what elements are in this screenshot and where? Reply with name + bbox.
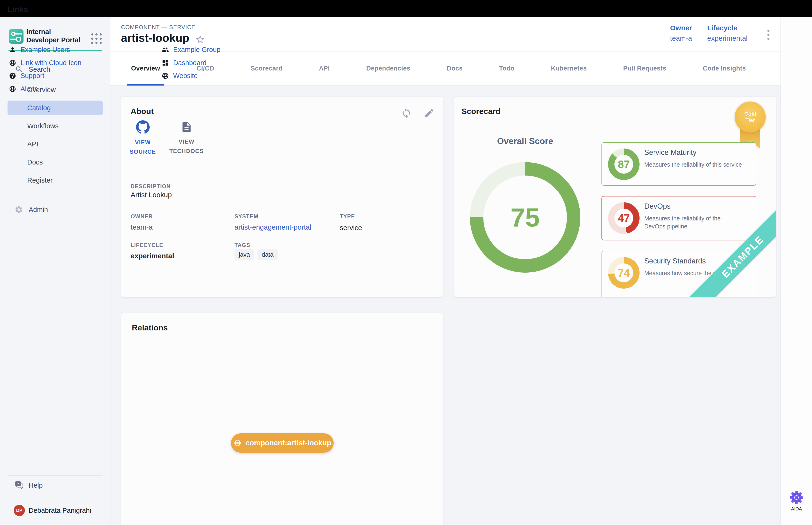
criteria-card-service-maturity[interactable]: 87Service MaturityMeasures the reliabili… [601,142,756,186]
link-example-group[interactable]: Example Group [162,46,220,54]
more-options-icon[interactable] [763,28,773,41]
portal-logo-icon [9,29,24,44]
lifecycle-value[interactable]: experimental [707,34,748,42]
criteria-description: Measures the reliability of this service [644,161,755,168]
view-techdocs-button[interactable]: VIEW TECHDOCS [163,120,210,156]
link-support[interactable]: Support [9,72,44,80]
link-alerts[interactable]: Alerts [9,85,38,93]
sidebar-nav: OverviewCatalogWorkflowsAPIDocsRegister [0,81,110,190]
brand-title: Internal Developer Portal [26,28,86,44]
tab-overview[interactable]: Overview [131,51,160,86]
lifecycle-field-label: LIFECYCLE [131,242,163,249]
overall-score-label: Overall Score [483,136,567,146]
scorecard-card: Scorecard Gold Tier Overall Score 75 87S… [454,96,776,298]
lifecycle-label[interactable]: Lifecycle [707,24,737,32]
tab-scorecard[interactable]: Scorecard [251,51,282,86]
tab-docs[interactable]: Docs [447,51,463,86]
help-chat-icon: ? [15,481,24,490]
globe-icon [9,59,16,66]
avatar[interactable]: DP [14,505,25,516]
link-examples-users[interactable]: Examples Users [9,46,70,54]
refresh-icon[interactable] [401,108,412,118]
gold-medal-icon: Gold Tier [735,102,766,133]
view-source-button[interactable]: VIEW SOURCE [119,120,166,156]
criteria-score-ring: 87 [608,149,640,180]
tags-row: javadata [234,249,278,260]
tag-chip-data[interactable]: data [258,249,278,260]
link-label: Website [173,72,198,80]
owner-value[interactable]: team-a [670,34,692,42]
view-source-label: VIEW SOURCE [130,138,156,156]
tab-todo[interactable]: Todo [499,51,515,86]
link-label: Alerts [20,85,38,93]
top-black-bar [0,0,812,17]
overall-score-ring: 75 [470,162,580,273]
edit-pencil-icon[interactable] [424,108,435,118]
tag-chip-java[interactable]: java [234,249,254,260]
sidebar-help-label: Help [29,481,43,489]
sidebar-item-workflows[interactable]: Workflows [0,117,110,135]
relation-entity-chip[interactable]: component:artist-lookup [231,433,334,453]
sidebar-item-api[interactable]: API [0,135,110,153]
lifecycle-value-text: experimental [131,252,174,260]
breadcrumb: COMPONENT — SERVICE [121,24,196,31]
tags-field-label: TAGS [234,242,250,249]
criteria-card-devops[interactable]: 47DevOpsMeasures the reliability of the … [601,196,756,240]
aida-assistant-button[interactable]: AIDA [787,491,806,512]
user-name[interactable]: Debabrata Panigrahi [29,507,91,514]
criteria-score-ring: 47 [608,202,640,234]
person-icon [9,46,16,53]
description-label: DESCRIPTION [131,183,171,190]
sidebar-item-catalog[interactable]: Catalog [7,101,103,115]
sidebar-item-help[interactable]: ? Help [0,479,110,492]
tab-ci-cd[interactable]: CI/CD [196,51,214,86]
sidebar-item-register[interactable]: Register [0,171,110,190]
sidebar: Internal Developer Portal Search Overvie… [0,17,110,525]
help-icon [9,72,16,79]
tab-pull-requests[interactable]: Pull Requests [623,51,666,86]
svg-text:?: ? [17,482,19,486]
criteria-title: DevOps [644,202,671,211]
favorite-star-icon[interactable] [196,35,205,44]
link-label: Example Group [173,46,220,54]
type-value: service [340,224,362,232]
page-title: artist-lookup [121,31,189,44]
tab-code-insights[interactable]: Code Insights [703,51,746,86]
system-field-label: SYSTEM [234,213,258,220]
description-value: Artist Lookup [131,191,172,199]
sidebar-admin-label: Admin [29,206,48,214]
link-label: Link with Cloud Icon [20,59,81,67]
criteria-title: Service Maturity [644,148,696,157]
system-link[interactable]: artist-engagement-portal [234,223,311,231]
entity-tabs: OverviewCI/CDScorecardAPIDependenciesDoc… [110,51,781,86]
aida-label: AIDA [787,506,806,512]
criteria-title: Security Standards [644,257,706,265]
owner-field-label: OWNER [131,213,153,220]
link-dashboard[interactable]: Dashboard [162,59,206,67]
tab-kubernetes[interactable]: Kubernetes [551,51,587,86]
apps-grid-icon[interactable] [90,32,103,45]
link-link-with-cloud-icon[interactable]: Link with Cloud Icon [9,59,81,67]
criteria-score-ring: 74 [608,257,640,289]
gold-tier-label: Gold Tier [744,111,756,123]
tab-dependencies[interactable]: Dependencies [366,51,411,86]
owner-link[interactable]: team-a [131,223,153,231]
globe-icon [9,85,16,93]
criteria-score-value: 47 [614,209,633,227]
link-label: Dashboard [173,59,206,67]
links-title: Links [7,5,28,14]
gear-icon [15,205,23,214]
tabs-list: OverviewCI/CDScorecardAPIDependenciesDoc… [110,51,746,86]
brand: Internal Developer Portal [9,29,24,44]
relations-card: Relations component:artist-lookup [121,313,443,525]
relations-title: Relations [132,323,168,332]
link-website[interactable]: Website [162,72,198,80]
owner-label[interactable]: Owner [670,24,692,32]
type-field-label: TYPE [340,213,355,220]
tab-api[interactable]: API [319,51,330,86]
sidebar-item-docs[interactable]: Docs [0,153,110,171]
sidebar-item-admin[interactable]: Admin [0,203,110,216]
aida-flower-icon [790,491,803,504]
criteria-score-value: 74 [614,264,633,282]
github-icon [136,120,150,134]
